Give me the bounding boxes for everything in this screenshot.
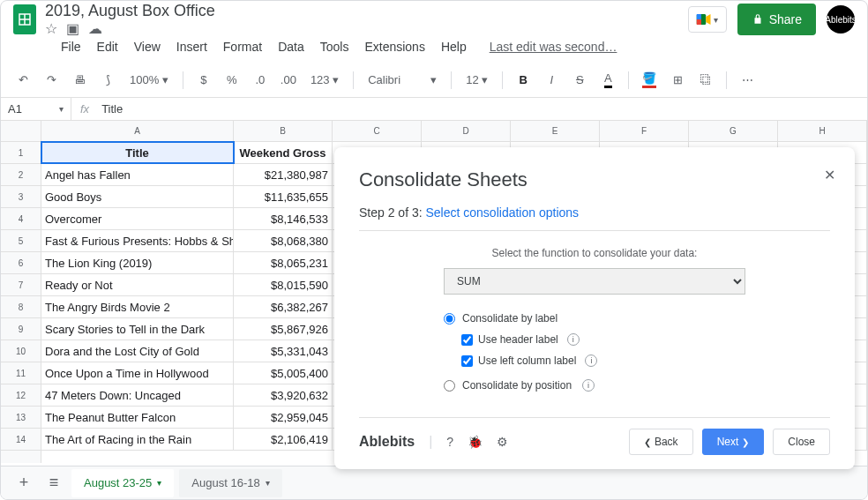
print-button[interactable]: 🖶: [68, 69, 91, 92]
row-header[interactable]: 12: [1, 384, 41, 407]
back-button[interactable]: ❮Back: [629, 429, 693, 455]
menu-edit[interactable]: Edit: [90, 36, 125, 57]
step-link[interactable]: Select consolidation options: [426, 205, 580, 220]
all-sheets-button[interactable]: ≡: [41, 471, 66, 496]
menu-file[interactable]: File: [54, 36, 88, 57]
menu-data[interactable]: Data: [271, 36, 311, 57]
cell[interactable]: $8,065,231: [234, 252, 333, 273]
info-icon[interactable]: i: [582, 379, 595, 392]
cell[interactable]: $2,106,419: [234, 429, 333, 450]
account-avatar[interactable]: Ablebits: [827, 5, 855, 34]
document-title[interactable]: 2019, August Box Office: [45, 2, 215, 19]
close-button[interactable]: Close: [773, 429, 830, 455]
cell[interactable]: $2,959,045: [234, 407, 333, 428]
cell[interactable]: Once Upon a Time in Hollywood: [41, 362, 234, 384]
currency-button[interactable]: $: [192, 69, 215, 92]
font-select[interactable]: Calibri ▾: [363, 73, 442, 86]
row-header[interactable]: 13: [1, 407, 41, 429]
row-header[interactable]: 8: [1, 296, 41, 318]
col-header[interactable]: E: [511, 121, 600, 142]
strikethrough-button[interactable]: S: [568, 69, 591, 92]
cell[interactable]: Overcomer: [41, 208, 234, 229]
cell[interactable]: Weekend Gross: [234, 142, 333, 163]
star-icon[interactable]: ☆: [45, 20, 57, 37]
row-header[interactable]: 14: [1, 429, 41, 451]
checkbox-header-label[interactable]: [461, 334, 473, 346]
cell[interactable]: The Art of Racing in the Rain: [41, 429, 234, 450]
radio-by-position[interactable]: [444, 380, 455, 392]
cell[interactable]: The Lion King (2019): [41, 252, 234, 273]
row-header[interactable]: 9: [1, 318, 41, 340]
cell[interactable]: Title: [41, 142, 234, 163]
percent-button[interactable]: %: [221, 69, 243, 92]
checkbox-left-column[interactable]: [461, 355, 473, 367]
font-size-input[interactable]: 12 ▾: [460, 73, 493, 86]
settings-icon[interactable]: ⚙: [497, 435, 508, 449]
cell[interactable]: The Angry Birds Movie 2: [41, 296, 234, 317]
cell[interactable]: Angel has Fallen: [41, 164, 234, 185]
italic-button[interactable]: I: [540, 69, 563, 92]
fill-color-button[interactable]: 🪣: [638, 69, 661, 92]
sheet-tab-active[interactable]: August 23-25 ▾: [71, 469, 174, 497]
move-icon[interactable]: ▣: [66, 20, 79, 37]
cell[interactable]: $21,380,987: [234, 164, 333, 185]
meet-button[interactable]: ▾: [688, 6, 727, 33]
select-all-corner[interactable]: [1, 121, 41, 142]
cell[interactable]: Dora and the Lost City of Gold: [41, 340, 234, 362]
share-button[interactable]: Share: [737, 4, 816, 35]
sheet-tab[interactable]: August 16-18 ▾: [179, 469, 281, 497]
cell[interactable]: Scary Stories to Tell in the Dark: [41, 318, 234, 340]
cell[interactable]: The Peanut Butter Falcon: [41, 407, 234, 428]
help-icon[interactable]: ?: [446, 435, 453, 449]
cell[interactable]: $3,920,632: [234, 384, 333, 406]
more-toolbar-button[interactable]: ⋯: [736, 69, 759, 92]
menu-view[interactable]: View: [127, 36, 168, 57]
cell[interactable]: $5,005,400: [234, 362, 333, 384]
formula-input[interactable]: Title: [98, 102, 867, 116]
col-header[interactable]: D: [422, 121, 511, 142]
close-icon[interactable]: ✕: [824, 167, 835, 183]
col-header[interactable]: A: [41, 121, 234, 142]
row-header[interactable]: 3: [1, 186, 41, 208]
col-header[interactable]: G: [689, 121, 778, 142]
borders-button[interactable]: ⊞: [666, 69, 689, 92]
menu-tools[interactable]: Tools: [313, 36, 356, 57]
cell[interactable]: Fast & Furious Presents: Hobbs & Shaw: [41, 230, 234, 251]
menu-insert[interactable]: Insert: [169, 36, 214, 57]
last-edit-link[interactable]: Last edit was second…: [483, 36, 625, 57]
col-header[interactable]: C: [333, 121, 422, 142]
redo-button[interactable]: ↷: [40, 69, 63, 92]
cell[interactable]: $6,382,267: [234, 296, 333, 317]
cell[interactable]: Good Boys: [41, 186, 234, 207]
next-button[interactable]: Next❯: [702, 429, 765, 455]
row-header[interactable]: 1: [1, 142, 41, 164]
col-header[interactable]: H: [778, 121, 867, 142]
radio-by-label[interactable]: [444, 313, 455, 325]
cell[interactable]: $8,146,533: [234, 208, 333, 229]
row-header[interactable]: 4: [1, 208, 41, 230]
cloud-icon[interactable]: ☁: [88, 20, 102, 37]
decrease-decimal-button[interactable]: .0: [249, 69, 272, 92]
paint-format-button[interactable]: ⟆: [96, 69, 119, 92]
menu-format[interactable]: Format: [216, 36, 269, 57]
increase-decimal-button[interactable]: .00: [277, 69, 300, 92]
menu-extensions[interactable]: Extensions: [357, 36, 431, 57]
info-icon[interactable]: i: [585, 354, 597, 367]
add-sheet-button[interactable]: +: [11, 471, 36, 496]
row-header[interactable]: 5: [1, 230, 41, 252]
row-header[interactable]: 6: [1, 252, 41, 274]
cell[interactable]: $5,331,043: [234, 340, 333, 362]
cell[interactable]: 47 Meters Down: Uncaged: [41, 384, 234, 406]
function-select[interactable]: SUM: [444, 268, 745, 295]
text-color-button[interactable]: A: [596, 69, 619, 92]
bold-button[interactable]: B: [512, 69, 535, 92]
number-format-button[interactable]: 123 ▾: [305, 73, 344, 86]
col-header[interactable]: B: [234, 121, 333, 142]
merge-button[interactable]: ⿻: [694, 69, 717, 92]
sheets-logo[interactable]: [13, 4, 36, 34]
row-header[interactable]: 7: [1, 274, 41, 296]
cell[interactable]: Ready or Not: [41, 274, 234, 295]
cell[interactable]: $5,867,926: [234, 318, 333, 340]
zoom-select[interactable]: 100% ▾: [124, 73, 174, 86]
row-header[interactable]: 11: [1, 362, 41, 384]
